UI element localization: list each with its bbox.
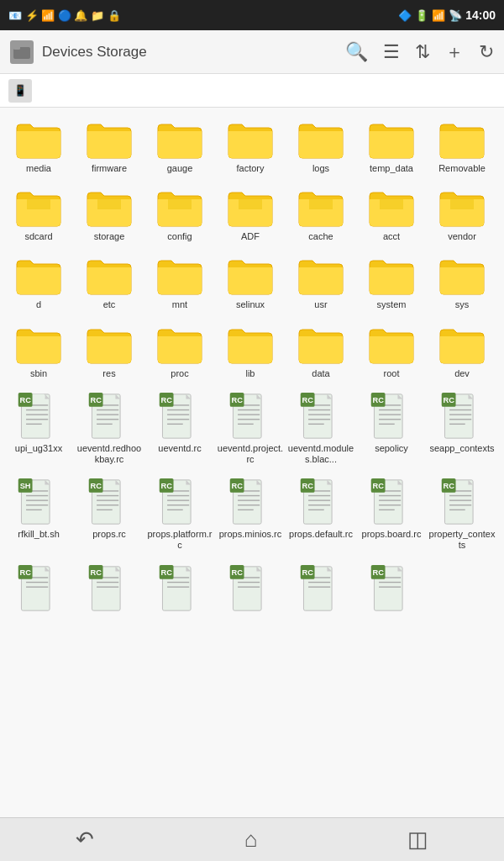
path-bar: 📱 (0, 74, 504, 108)
list-item[interactable]: proc (144, 320, 215, 384)
search-button[interactable]: 🔍 (345, 41, 368, 63)
folder-icon-d (15, 256, 62, 296)
svg-text:RC: RC (160, 396, 172, 404)
folder-icon-usr (297, 256, 344, 296)
folder-label: config (167, 231, 192, 242)
list-item[interactable]: RC sepolicy (356, 388, 427, 470)
list-item[interactable]: usr (286, 251, 356, 315)
svg-text:RC: RC (19, 568, 31, 577)
svg-text:SH: SH (20, 482, 31, 490)
list-button[interactable]: ☰ (383, 41, 400, 63)
folder-label: mnt (172, 299, 187, 310)
list-item[interactable]: RC props.platform.rc (144, 473, 215, 556)
svg-text:RC: RC (90, 396, 102, 404)
list-item[interactable]: RC props.board.rc (356, 473, 427, 556)
list-item[interactable]: logs (286, 114, 356, 179)
file-row-3: RC RC RC RC RC RC (3, 560, 501, 617)
filter-button[interactable]: ⇅ (415, 41, 430, 63)
folder-icon-selinux (227, 256, 274, 296)
svg-text:RC: RC (372, 482, 384, 490)
list-item[interactable]: res (74, 320, 144, 384)
list-item[interactable]: ADF (215, 182, 286, 247)
folder-label: gauge (167, 163, 193, 174)
list-item[interactable]: RC property_contexts (427, 473, 497, 556)
list-item[interactable]: RC (144, 560, 215, 617)
list-item[interactable]: factory (215, 114, 286, 179)
list-item[interactable]: vendor (427, 182, 497, 247)
folder-icon-config (156, 188, 203, 228)
file-icon-rfkill: SH (17, 478, 60, 526)
file-grid: media firmware gauge factory logs temp_d… (0, 108, 504, 817)
file-icon-partial1: RC (17, 565, 60, 612)
file-row-1: RC upi_ug31xx RC ueventd.redhookbay.rc R… (3, 388, 501, 470)
list-item[interactable]: RC upi_ug31xx (3, 388, 74, 470)
wifi-icon: 📶 (432, 9, 445, 22)
list-item[interactable]: RC (215, 560, 286, 617)
folder-label: cache (308, 231, 333, 242)
file-label: upi_ug31xx (15, 443, 62, 454)
list-item[interactable]: sys (427, 251, 497, 315)
list-item[interactable]: etc (74, 251, 144, 315)
file-icon-partial2: RC (87, 565, 131, 612)
add-button[interactable]: ＋ (445, 40, 464, 65)
folder-icon-adf (227, 188, 274, 228)
list-item[interactable]: d (3, 251, 74, 315)
list-item[interactable]: RC props.default.rc (286, 473, 356, 556)
list-item[interactable]: RC (356, 560, 427, 617)
list-item[interactable]: cache (286, 182, 356, 247)
list-item[interactable]: data (286, 320, 356, 384)
list-item[interactable]: SH rfkill_bt.sh (3, 473, 74, 556)
svg-text:RC: RC (160, 482, 172, 490)
file-label: sepolicy (375, 443, 408, 454)
list-item[interactable]: RC (3, 560, 74, 617)
list-item[interactable]: selinux (215, 251, 286, 315)
list-item[interactable]: RC ueventd.modules.blac... (286, 388, 356, 470)
back-button[interactable]: ↶ (76, 827, 94, 853)
file-icon-upi: RC (17, 393, 60, 440)
folder-label: data (312, 368, 329, 379)
folder-label: res (102, 368, 115, 379)
folder-label: dev (454, 368, 470, 379)
file-label: props.platform.rc (146, 529, 213, 551)
list-item[interactable]: RC seapp_contexts (427, 388, 497, 470)
list-item[interactable]: sdcard (3, 182, 74, 247)
list-item[interactable]: Removable (427, 114, 497, 179)
refresh-button[interactable]: ↻ (479, 41, 494, 63)
list-item[interactable]: temp_data (356, 114, 427, 179)
folder-row-4: sbin res proc lib data root dev (3, 320, 501, 384)
list-item[interactable]: RC ueventd.redhookbay.rc (74, 388, 144, 470)
svg-text:RC: RC (231, 482, 243, 490)
recents-button[interactable]: ◫ (407, 827, 428, 853)
list-item[interactable]: dev (427, 320, 497, 384)
folder-icon-factory (227, 119, 274, 160)
svg-text:RC: RC (302, 396, 313, 404)
list-item[interactable]: gauge (144, 114, 215, 179)
file-icon-props-platform: RC (158, 478, 202, 526)
list-item[interactable]: RC ueventd.project.rc (215, 388, 286, 470)
file-icon-props-default: RC (299, 478, 343, 526)
clock: 14:00 (465, 8, 496, 22)
status-bar-right: 🔷 🔋 📶 📡 14:00 (398, 8, 496, 22)
list-item[interactable]: sbin (3, 320, 74, 384)
list-item[interactable]: root (356, 320, 427, 384)
folder-label: d (36, 299, 41, 310)
list-item[interactable]: RC ueventd.rc (144, 388, 215, 470)
list-item[interactable]: storage (74, 182, 144, 247)
toolbar-actions: 🔍 ☰ ⇅ ＋ ↻ (345, 40, 494, 65)
list-item[interactable]: media (3, 114, 74, 179)
svg-text:RC: RC (231, 568, 243, 577)
list-item[interactable]: RC props.rc (74, 473, 144, 556)
list-item[interactable]: config (144, 182, 215, 247)
home-button[interactable]: ⌂ (244, 827, 258, 853)
folder-icon-data (297, 325, 344, 365)
list-item[interactable]: firmware (74, 114, 144, 179)
list-item[interactable]: RC props.minios.rc (215, 473, 286, 556)
list-item[interactable]: acct (356, 182, 427, 247)
list-item[interactable]: lib (215, 320, 286, 384)
signal-icon: 📡 (449, 9, 462, 22)
file-label: ueventd.rc (158, 443, 201, 454)
list-item[interactable]: system (356, 251, 427, 315)
list-item[interactable]: mnt (144, 251, 215, 315)
list-item[interactable]: RC (74, 560, 144, 617)
list-item[interactable]: RC (286, 560, 356, 617)
